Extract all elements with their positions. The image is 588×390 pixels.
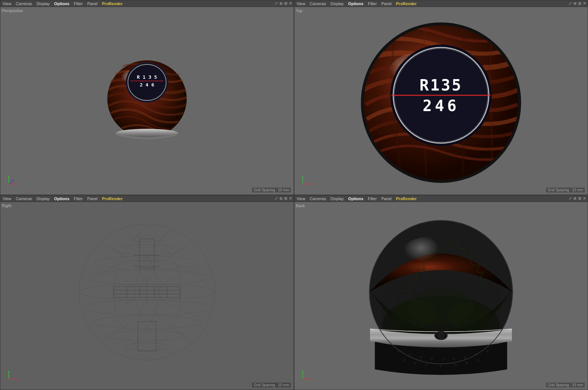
menu-options-perspective[interactable]: Options	[53, 1, 70, 6]
content-back	[294, 202, 588, 390]
viewport-icons-back: ⤢ ⊕ ⊞ ✕	[569, 196, 586, 201]
viewport-right[interactable]: View Cameras Display Options Filter Pane…	[0, 195, 294, 390]
menu-cameras-top[interactable]: Cameras	[309, 1, 327, 6]
menu-display-right[interactable]: Display	[36, 196, 50, 201]
svg-point-39	[83, 270, 211, 285]
viewport-icon-close-back[interactable]: ✕	[583, 196, 586, 201]
label-right: Right	[2, 203, 11, 208]
menu-filter-perspective[interactable]: Filter	[73, 1, 83, 6]
menu-panel-top[interactable]: Panel	[380, 1, 392, 6]
svg-point-70	[438, 333, 444, 338]
svg-point-85	[466, 362, 468, 364]
svg-point-41	[83, 300, 211, 315]
viewport-grid: View Cameras Display Options Filter Pane…	[0, 0, 588, 390]
svg-point-63	[399, 237, 458, 281]
viewport-icon-close-right[interactable]: ✕	[289, 196, 292, 201]
viewport-icon-maximize-back[interactable]: ⊕	[573, 196, 577, 201]
axis-right	[6, 368, 20, 382]
menu-cameras-perspective[interactable]: Cameras	[15, 1, 33, 6]
menu-view-perspective[interactable]: View	[2, 1, 12, 6]
menu-prorender-perspective[interactable]: ProRender	[101, 1, 123, 6]
viewport-icon-maximize-top[interactable]: ⊕	[573, 1, 577, 6]
viewport-icon-close[interactable]: ✕	[289, 1, 292, 6]
svg-rect-47	[138, 322, 156, 351]
menu-prorender-top[interactable]: ProRender	[395, 1, 417, 6]
svg-point-77	[464, 356, 466, 358]
grid-spacing-top: Grid Spacing : 10 mm	[546, 188, 585, 192]
menu-panel-perspective[interactable]: Panel	[86, 1, 98, 6]
menu-display-perspective[interactable]: Display	[36, 1, 50, 6]
viewport-icon-settings-top[interactable]: ⊞	[578, 1, 581, 6]
viewport-icons-top: ⤢ ⊕ ⊞ ✕	[569, 1, 586, 6]
svg-marker-60	[8, 371, 10, 372]
svg-point-81	[414, 362, 416, 364]
label-perspective: Perspective	[2, 8, 23, 13]
menu-filter-top[interactable]: Filter	[367, 1, 377, 6]
grid-spacing-right: Grid Spacing : 10 mm	[252, 383, 291, 387]
svg-point-34	[79, 224, 215, 360]
content-right	[0, 202, 294, 390]
svg-rect-45	[140, 239, 154, 268]
svg-text:R 1 3 5: R 1 3 5	[137, 74, 157, 80]
viewport-icon-settings-back[interactable]: ⊞	[578, 196, 581, 201]
svg-point-75	[442, 359, 444, 361]
viewport-icon-move-right[interactable]: ⤢	[275, 196, 278, 201]
menu-panel-right[interactable]: Panel	[86, 196, 98, 201]
svg-point-67	[408, 288, 474, 325]
menubar-perspective: View Cameras Display Options Filter Pane…	[0, 0, 294, 7]
menu-view-top[interactable]: View	[296, 1, 306, 6]
content-perspective: R 1 3 5 2 4 6	[0, 7, 294, 195]
grid-spacing-back: Grid Spacing : 10 mm	[546, 383, 585, 387]
svg-rect-46	[114, 287, 180, 298]
menu-options-back[interactable]: Options	[347, 196, 364, 201]
gear-knob-svg-top: R135 246	[353, 16, 529, 185]
viewport-icons-perspective: ⤢ ⊕ ⊞ ✕	[275, 1, 292, 6]
menu-display-back[interactable]: Display	[330, 196, 344, 201]
menu-prorender-back[interactable]: ProRender	[395, 196, 417, 201]
viewport-icon-move[interactable]: ⤢	[275, 1, 278, 6]
content-top: R135 246	[294, 7, 588, 195]
gear-knob-svg-perspective: R 1 3 5 2 4 6	[99, 53, 195, 149]
viewport-perspective[interactable]: View Cameras Display Options Filter Pane…	[0, 0, 294, 195]
svg-marker-58	[16, 378, 17, 380]
svg-point-35	[79, 224, 215, 360]
menu-display-top[interactable]: Display	[330, 1, 344, 6]
svg-text:R135: R135	[419, 76, 462, 94]
viewport-top[interactable]: View Cameras Display Options Filter Pane…	[294, 0, 588, 195]
viewport-icon-close-top[interactable]: ✕	[583, 1, 586, 6]
viewport-icon-maximize-right[interactable]: ⊕	[279, 196, 283, 201]
svg-marker-31	[310, 183, 311, 185]
viewport-icon-move-top[interactable]: ⤢	[569, 1, 572, 6]
menu-cameras-back[interactable]: Cameras	[309, 196, 327, 201]
menu-panel-back[interactable]: Panel	[380, 196, 392, 201]
menubar-top: View Cameras Display Options Filter Pane…	[294, 0, 588, 7]
viewport-icons-right: ⤢ ⊕ ⊞ ✕	[275, 196, 292, 201]
menu-options-right[interactable]: Options	[53, 196, 70, 201]
viewport-icon-move-back[interactable]: ⤢	[569, 196, 572, 201]
svg-point-80	[403, 359, 405, 361]
menu-filter-right[interactable]: Filter	[73, 196, 83, 201]
svg-marker-89	[310, 378, 311, 380]
menu-view-back[interactable]: View	[296, 196, 306, 201]
svg-point-79	[486, 350, 488, 352]
svg-point-76	[453, 358, 455, 360]
axis-back	[300, 368, 314, 382]
menu-options-top[interactable]: Options	[347, 1, 364, 6]
menu-prorender-right[interactable]: ProRender	[101, 196, 123, 201]
svg-marker-12	[16, 183, 17, 185]
viewport-icon-settings-right[interactable]: ⊞	[284, 196, 287, 201]
svg-point-43	[107, 330, 187, 341]
axis-perspective	[6, 173, 20, 187]
svg-point-42	[93, 316, 201, 329]
svg-point-86	[477, 359, 479, 361]
menu-cameras-right[interactable]: Cameras	[15, 196, 33, 201]
svg-point-82	[425, 364, 427, 366]
svg-point-72	[409, 354, 411, 356]
menu-view-right[interactable]: View	[2, 196, 12, 201]
label-top: Top	[296, 8, 302, 13]
menu-filter-back[interactable]: Filter	[367, 196, 377, 201]
viewport-back[interactable]: View Cameras Display Options Filter Pane…	[294, 195, 588, 390]
viewport-icon-settings[interactable]: ⊞	[284, 1, 287, 6]
viewport-icon-maximize[interactable]: ⊕	[279, 1, 283, 6]
svg-point-44	[125, 343, 169, 350]
